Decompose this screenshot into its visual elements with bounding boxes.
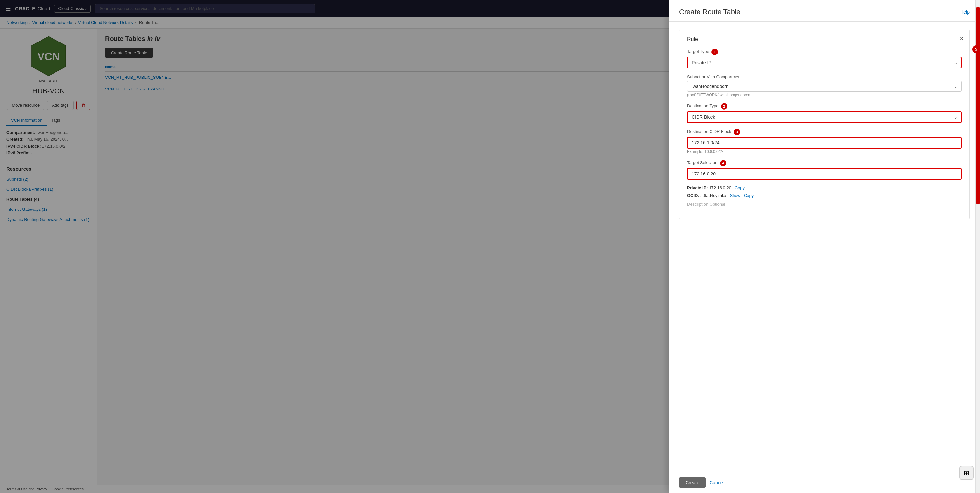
destination-cidr-group: Destination CIDR Block 3 Example: 10.0.0…: [687, 129, 961, 154]
modal-create-button[interactable]: Create: [679, 477, 706, 488]
rule-title: Rule: [687, 36, 961, 42]
subnet-vlan-label: Subnet or Vlan Compartment: [687, 74, 961, 79]
destination-type-label: Destination Type 2: [687, 103, 961, 110]
private-ip-value: 172.16.0.20: [709, 186, 731, 190]
destination-type-select[interactable]: CIDR Block: [687, 111, 961, 123]
help-float-button[interactable]: ⊞: [959, 466, 974, 480]
modal-title: Create Route Table: [679, 8, 740, 16]
target-type-group: Target Type 1 Private IP: [687, 49, 961, 68]
modal-cancel-button[interactable]: Cancel: [710, 480, 724, 485]
modal-help-link[interactable]: Help: [960, 10, 970, 14]
destination-type-select-wrapper: CIDR Block: [687, 111, 961, 123]
modal-footer: Create Cancel: [669, 472, 980, 493]
ocid-value: ...6ad4cyjmka: [700, 193, 726, 198]
description-label: Description Optional: [687, 202, 961, 207]
subnet-vlan-hint: (root)/NETWORK/IwanHoogendoorn: [687, 93, 961, 97]
ocid-copy-link[interactable]: Copy: [744, 193, 754, 198]
subnet-vlan-group: Subnet or Vlan Compartment IwanHoogendoo…: [687, 74, 961, 97]
target-type-badge: 1: [711, 49, 718, 55]
target-selection-group: Target Selection 4: [687, 160, 961, 180]
destination-cidr-input[interactable]: [687, 137, 961, 149]
scrollbar-thumb: [977, 7, 980, 204]
target-type-select[interactable]: Private IP: [687, 57, 961, 68]
target-selection-badge: 4: [720, 160, 726, 166]
destination-cidr-badge: 3: [733, 129, 740, 135]
rule-section: Rule ✕ Target Type 1 Private IP: [679, 30, 970, 219]
ocid-info: OCID: ...6ad4cyjmka Show Copy: [687, 193, 961, 198]
modal-scrollbar[interactable]: [975, 0, 980, 493]
destination-cidr-hint: Example: 10.0.0.0/24: [687, 149, 961, 154]
destination-type-group: Destination Type 2 CIDR Block: [687, 103, 961, 123]
private-ip-label: Private IP:: [687, 186, 708, 190]
description-group: Description Optional: [687, 202, 961, 207]
target-selection-input[interactable]: [687, 168, 961, 180]
private-ip-copy-link[interactable]: Copy: [735, 186, 745, 190]
scroll-badge-5: 5: [972, 45, 980, 53]
create-route-table-panel: 5 Create Route Table Help Rule ✕ Target …: [669, 0, 980, 493]
private-ip-info: Private IP: 172.16.0.20 Copy: [687, 186, 961, 190]
target-selection-label: Target Selection 4: [687, 160, 961, 166]
modal-body: Rule ✕ Target Type 1 Private IP: [669, 22, 980, 472]
modal-overlay: 5 Create Route Table Help Rule ✕ Target …: [0, 0, 980, 493]
ocid-show-link[interactable]: Show: [730, 193, 741, 198]
subnet-vlan-select[interactable]: IwanHoogendoorn: [687, 81, 961, 92]
ocid-label: OCID:: [687, 193, 699, 198]
rule-close-button[interactable]: ✕: [959, 35, 964, 42]
destination-cidr-label: Destination CIDR Block 3: [687, 129, 961, 135]
help-float-icon: ⊞: [964, 469, 969, 477]
modal-header: Create Route Table Help: [669, 0, 980, 22]
subnet-vlan-select-wrapper: IwanHoogendoorn: [687, 81, 961, 92]
destination-type-badge: 2: [721, 103, 727, 110]
target-type-label: Target Type 1: [687, 49, 961, 55]
target-type-select-wrapper: Private IP: [687, 57, 961, 68]
